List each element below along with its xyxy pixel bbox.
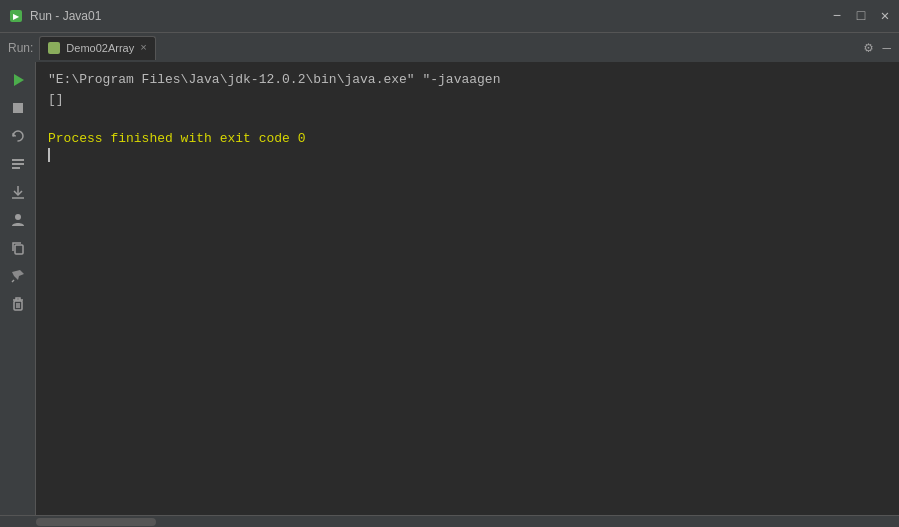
bottom-scrollbar[interactable] [0,515,899,527]
window-controls: − □ ✕ [831,10,891,22]
console-line-3 [48,109,887,129]
settings-button[interactable]: ⚙ [864,39,872,56]
title-bar-text: Run - Java01 [30,9,831,23]
close-button[interactable]: ✕ [879,10,891,22]
play-button[interactable] [6,68,30,92]
left-toolbar [0,62,36,515]
tab-bar-actions: ⚙ — [864,39,899,56]
text-cursor [48,148,50,162]
svg-rect-10 [15,245,23,254]
title-bar: ▶ Run - Java01 − □ ✕ [0,0,899,32]
svg-marker-2 [14,74,24,86]
copy-button[interactable] [6,236,30,260]
download-button[interactable] [6,180,30,204]
horizontal-scroll-thumb[interactable] [36,518,156,526]
trash-button[interactable] [6,292,30,316]
rerun-button[interactable] [6,124,30,148]
tab-demo02array[interactable]: Demo02Array × [39,36,155,60]
svg-line-11 [12,280,14,282]
maximize-button[interactable]: □ [855,10,867,22]
console-line-4: Process finished with exit code 0 [48,129,887,149]
svg-rect-4 [12,159,24,161]
main-area: "E:\Program Files\Java\jdk-12.0.2\bin\ja… [0,62,899,515]
console-line-2: [] [48,90,887,110]
minimize-button[interactable]: − [831,10,843,22]
tab-file-icon [48,42,60,54]
stop-button[interactable] [6,96,30,120]
tab-label: Demo02Array [66,42,134,54]
cursor-line [48,148,887,162]
svg-rect-3 [13,103,23,113]
console-area[interactable]: "E:\Program Files\Java\jdk-12.0.2\bin\ja… [36,62,899,515]
svg-text:▶: ▶ [13,12,20,21]
run-label: Run: [8,41,33,55]
svg-rect-13 [14,301,22,310]
scroll-button[interactable] [6,152,30,176]
svg-rect-6 [12,167,20,169]
tab-bar: Run: Demo02Array × ⚙ — [0,32,899,62]
pin-button[interactable] [6,264,30,288]
person-button[interactable] [6,208,30,232]
tab-close-button[interactable]: × [140,43,147,54]
app-icon: ▶ [8,8,24,24]
svg-rect-5 [12,163,24,165]
collapse-button[interactable]: — [883,40,891,56]
svg-point-9 [15,214,21,220]
console-line-1: "E:\Program Files\Java\jdk-12.0.2\bin\ja… [48,70,887,90]
